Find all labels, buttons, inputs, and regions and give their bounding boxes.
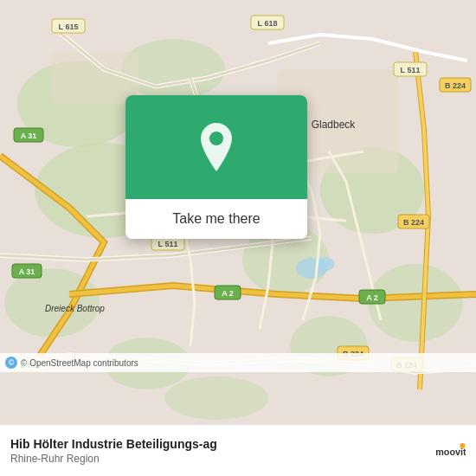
svg-point-10 xyxy=(164,376,268,420)
svg-text:moovit: moovit xyxy=(435,446,466,456)
bottom-info: Hib Hölter Industrie Beteiligungs-ag Rhi… xyxy=(10,436,434,464)
attribution-bar: © © OpenStreetMap contributors xyxy=(0,353,476,372)
map-container[interactable]: L 615 L 618 L 615 L 511 A 31 B 224 Gladb… xyxy=(0,0,476,424)
svg-text:Gladbeck: Gladbeck xyxy=(312,119,357,131)
popup-card: Take me there xyxy=(125,95,307,239)
svg-text:B 224: B 224 xyxy=(445,81,466,90)
place-region: Rhine-Ruhr Region xyxy=(10,453,434,465)
svg-text:A 31: A 31 xyxy=(19,267,35,276)
location-pin-icon xyxy=(196,123,237,171)
moovit-logo: moovit xyxy=(434,435,466,466)
svg-text:A 31: A 31 xyxy=(21,132,37,140)
svg-point-47 xyxy=(460,443,465,448)
osm-logo-icon: © xyxy=(5,357,17,369)
moovit-logo-icon: moovit xyxy=(434,435,466,466)
popup-green-area xyxy=(125,95,307,199)
svg-point-45 xyxy=(209,132,223,145)
svg-text:L 618: L 618 xyxy=(258,19,278,28)
attribution-text: © OpenStreetMap contributors xyxy=(21,358,138,368)
bottom-bar: Hib Hölter Industrie Beteiligungs-ag Rhi… xyxy=(0,424,476,476)
svg-text:L 615: L 615 xyxy=(59,23,79,31)
place-name: Hib Hölter Industrie Beteiligungs-ag xyxy=(10,436,434,452)
svg-text:L 511: L 511 xyxy=(158,240,178,248)
svg-text:A 2: A 2 xyxy=(222,289,234,298)
svg-text:B 224: B 224 xyxy=(403,218,424,227)
svg-text:Dreieck Bottrop: Dreieck Bottrop xyxy=(45,304,105,313)
take-me-there-button[interactable]: Take me there xyxy=(125,199,307,239)
svg-text:A 2: A 2 xyxy=(366,293,378,302)
svg-text:L 511: L 511 xyxy=(401,66,421,74)
